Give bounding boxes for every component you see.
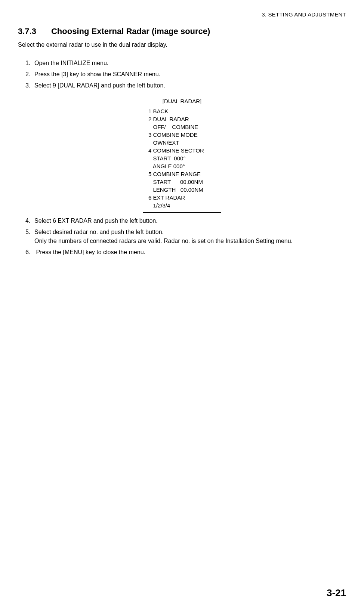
section-heading: 3.7.3Choosing External Radar (image sour… bbox=[18, 27, 346, 36]
menu-line: OFF/ COMBINE bbox=[148, 123, 216, 131]
step-text: Select desired radar no. and push the le… bbox=[34, 229, 164, 235]
menu-line: 5 COMBINE RANGE bbox=[148, 170, 216, 178]
step-item: 6. Press the [MENU] key to close the men… bbox=[25, 248, 346, 257]
dual-radar-menu: [DUAL RADAR] 1 BACK 2 DUAL RADAR OFF/ CO… bbox=[143, 94, 221, 213]
menu-line: ANGLE 000° bbox=[148, 162, 216, 170]
running-header: 3. SETTING AND ADJUSTMENT bbox=[18, 11, 346, 18]
step-item: 2.Press the [3] key to show the SCANNER … bbox=[25, 70, 346, 79]
step-item: 3.Select 9 [DUAL RADAR] and push the lef… bbox=[25, 81, 346, 90]
section-intro: Select the external radar to use in the … bbox=[18, 41, 346, 48]
menu-line: START 000° bbox=[148, 154, 216, 162]
menu-line: 1 BACK bbox=[148, 107, 216, 115]
step-note: Only the numbers of connected radars are… bbox=[34, 237, 346, 246]
section-number: 3.7.3 bbox=[18, 27, 36, 36]
menu-line: 1/2/3/4 bbox=[148, 201, 216, 209]
step-text: Open the INITIALIZE menu. bbox=[34, 60, 108, 66]
step-number: 6. bbox=[25, 248, 34, 257]
step-text: Press the [3] key to show the SCANNER me… bbox=[34, 71, 160, 77]
step-item: 1.Open the INITIALIZE menu. bbox=[25, 59, 346, 68]
menu-line: 3 COMBINE MODE bbox=[148, 131, 216, 139]
page-number: 3-21 bbox=[327, 587, 346, 599]
step-text: Select 6 EXT RADAR and push the left but… bbox=[34, 218, 158, 224]
steps-list-top: 1.Open the INITIALIZE menu. 2.Press the … bbox=[25, 59, 346, 90]
menu-line: LENGTH 00.00NM bbox=[148, 186, 216, 194]
menu-line: OWN/EXT bbox=[148, 139, 216, 147]
step-text: Select 9 [DUAL RADAR] and push the left … bbox=[34, 82, 165, 89]
step-item: 4.Select 6 EXT RADAR and push the left b… bbox=[25, 216, 346, 225]
step-number: 5. bbox=[25, 228, 34, 237]
section-title: Choosing External Radar (image source) bbox=[51, 27, 210, 36]
menu-line: START 00.00NM bbox=[148, 178, 216, 186]
step-text: Press the [MENU] key to close the menu. bbox=[36, 249, 145, 255]
step-number: 3. bbox=[25, 81, 34, 90]
step-item: 5.Select desired radar no. and push the … bbox=[25, 228, 346, 246]
step-number: 1. bbox=[25, 59, 34, 68]
menu-line: 6 EXT RADAR bbox=[148, 194, 216, 201]
step-number: 4. bbox=[25, 216, 34, 225]
step-number: 2. bbox=[25, 70, 34, 79]
menu-line: 2 DUAL RADAR bbox=[148, 115, 216, 123]
menu-line: 4 COMBINE SECTOR bbox=[148, 147, 216, 154]
menu-title: [DUAL RADAR] bbox=[148, 97, 216, 105]
menu-box-wrap: [DUAL RADAR] 1 BACK 2 DUAL RADAR OFF/ CO… bbox=[18, 94, 346, 213]
page: 3. SETTING AND ADJUSTMENT 3.7.3Choosing … bbox=[0, 0, 364, 610]
steps-list-bottom: 4.Select 6 EXT RADAR and push the left b… bbox=[25, 216, 346, 257]
